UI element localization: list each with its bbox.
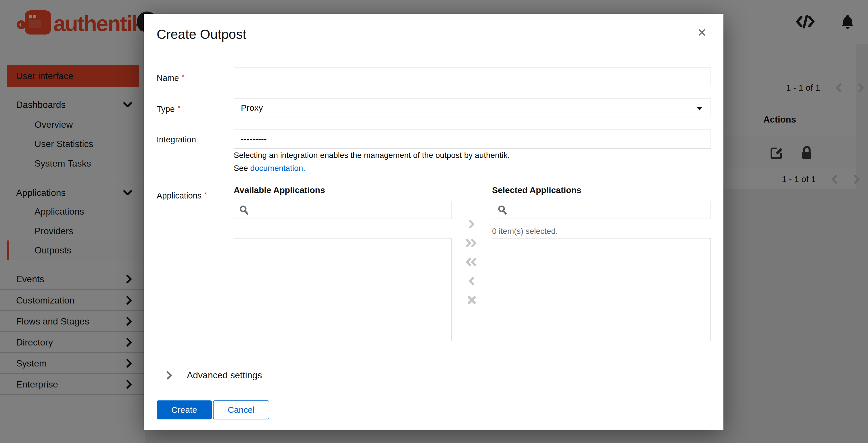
create-outpost-modal: Create Outpost × Name* Type* Proxy Integ… — [144, 14, 723, 430]
name-input[interactable] — [234, 67, 711, 86]
integration-help-see: See documentation. — [234, 164, 305, 173]
angle-double-left-icon[interactable] — [462, 257, 481, 268]
cross-icon[interactable] — [462, 295, 481, 305]
documentation-link[interactable]: documentation — [250, 164, 303, 173]
available-listbox[interactable] — [234, 238, 452, 341]
integration-help-text: Selecting an integration enables the man… — [234, 151, 509, 160]
close-icon[interactable]: × — [698, 25, 706, 40]
create-button[interactable]: Create — [157, 401, 212, 419]
selected-applications-title: Selected Applications — [492, 185, 582, 195]
search-icon — [239, 205, 249, 215]
angle-left-icon[interactable] — [462, 275, 481, 287]
advanced-settings-toggle[interactable]: Advanced settings — [166, 370, 262, 381]
applications-label: Applications* — [157, 190, 207, 201]
type-select[interactable]: Proxy — [234, 98, 711, 117]
available-search[interactable] — [234, 201, 452, 219]
page: authentik User interface — [0, 0, 868, 443]
search-icon — [498, 205, 507, 215]
required-asterisk: * — [182, 73, 184, 81]
angle-right-icon[interactable] — [462, 218, 481, 230]
advanced-settings-label: Advanced settings — [187, 370, 262, 381]
integration-label: Integration — [157, 135, 196, 144]
type-select-value: Proxy — [241, 103, 263, 113]
cancel-button[interactable]: Cancel — [213, 401, 269, 419]
chevron-right-icon — [166, 371, 173, 380]
angle-double-right-icon[interactable] — [462, 238, 481, 248]
selected-listbox[interactable] — [492, 238, 711, 341]
selected-search[interactable] — [492, 201, 711, 219]
required-asterisk: * — [204, 190, 207, 198]
type-label: Type* — [157, 104, 180, 114]
required-asterisk: * — [178, 104, 180, 112]
name-label: Name* — [157, 73, 185, 83]
available-applications-title: Available Applications — [234, 185, 325, 195]
integration-select-value: --------- — [241, 134, 267, 144]
modal-title: Create Outpost — [157, 26, 246, 42]
selected-count: 0 item(s) selected. — [492, 227, 558, 236]
integration-select[interactable]: --------- — [234, 129, 711, 148]
caret-down-icon — [697, 107, 703, 111]
